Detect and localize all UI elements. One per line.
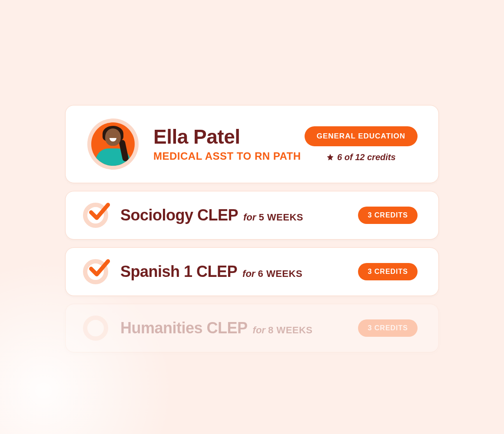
course-card[interactable]: Spanish 1 CLEP for 6 WEEKS 3 CREDITS: [65, 247, 439, 296]
student-header-card: Ella Patel MEDICAL ASST TO RN PATH GENER…: [65, 105, 439, 183]
checkmark-icon: [87, 200, 110, 223]
course-card[interactable]: Sociology CLEP for 5 WEEKS 3 CREDITS: [65, 191, 439, 240]
course-duration: for 5 WEEKS: [243, 212, 303, 223]
credits-progress: 6 of 12 credits: [326, 152, 396, 162]
checkmark-icon: [87, 256, 110, 279]
credits-pill[interactable]: 3 CREDITS: [358, 263, 418, 280]
status-indicator: [83, 316, 108, 341]
header-right: GENERAL EDUCATION 6 of 12 credits: [305, 126, 418, 162]
course-info: Spanish 1 CLEP for 6 WEEKS: [120, 263, 358, 281]
status-indicator: [83, 259, 108, 284]
student-info: Ella Patel MEDICAL ASST TO RN PATH: [153, 126, 305, 163]
status-indicator: [83, 203, 108, 228]
course-card[interactable]: Humanities CLEP for 8 WEEKS 3 CREDITS: [65, 304, 439, 352]
path-label: MEDICAL ASST TO RN PATH: [153, 150, 305, 162]
course-duration: for 6 WEEKS: [242, 268, 302, 279]
credits-pill[interactable]: 3 CREDITS: [358, 319, 418, 337]
course-duration: for 8 WEEKS: [253, 325, 313, 336]
avatar: [87, 118, 139, 170]
credits-text: 6 of 12 credits: [337, 152, 396, 162]
main-container: Ella Patel MEDICAL ASST TO RN PATH GENER…: [65, 105, 439, 352]
student-name: Ella Patel: [153, 126, 305, 148]
course-info: Humanities CLEP for 8 WEEKS: [120, 319, 358, 337]
star-icon: [326, 153, 334, 161]
category-pill[interactable]: GENERAL EDUCATION: [305, 126, 418, 146]
credits-pill[interactable]: 3 CREDITS: [358, 207, 418, 224]
course-title: Humanities CLEP: [120, 319, 248, 337]
course-title: Spanish 1 CLEP: [120, 263, 237, 281]
course-info: Sociology CLEP for 5 WEEKS: [120, 206, 358, 224]
course-title: Sociology CLEP: [120, 206, 238, 224]
